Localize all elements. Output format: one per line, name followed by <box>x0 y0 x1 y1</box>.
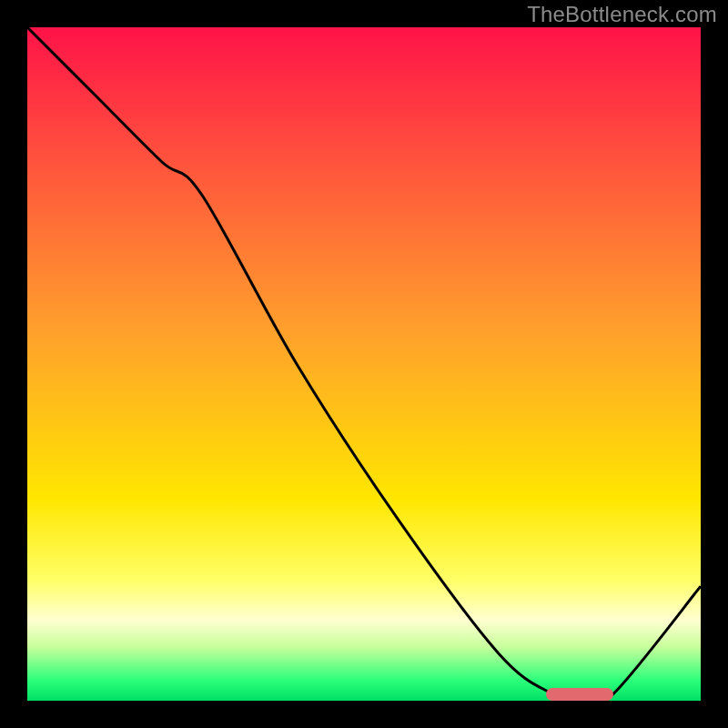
chart-svg <box>27 27 701 701</box>
chart-frame: TheBottleneck.com <box>0 0 728 728</box>
optimal-range-marker <box>546 688 613 701</box>
plot-area <box>27 27 701 701</box>
attribution-text: TheBottleneck.com <box>527 2 717 27</box>
